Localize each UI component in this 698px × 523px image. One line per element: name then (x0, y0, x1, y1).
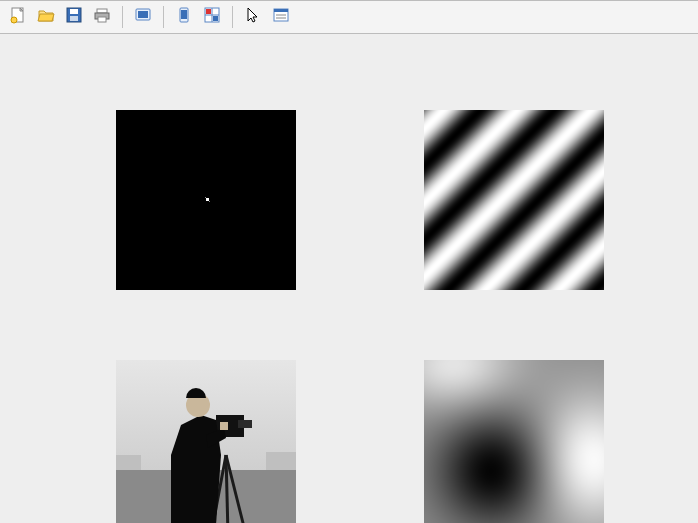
subplot-2 (424, 110, 604, 290)
screenshot-button[interactable] (131, 5, 155, 29)
subplot-3 (116, 360, 296, 523)
svg-rect-15 (206, 9, 211, 14)
inspector-icon (272, 6, 290, 28)
save-button[interactable] (62, 5, 86, 29)
save-icon (65, 6, 83, 28)
new-file-icon (9, 6, 27, 28)
new-file-button[interactable] (6, 5, 30, 29)
grid-button[interactable] (200, 5, 224, 29)
cameraman-image (116, 360, 296, 523)
svg-rect-9 (138, 11, 148, 18)
subplot-1 (116, 110, 296, 290)
svg-rect-11 (181, 10, 187, 19)
open-file-button[interactable] (34, 5, 58, 29)
svg-rect-5 (97, 9, 107, 13)
device-icon (175, 6, 193, 28)
grid-icon (203, 6, 221, 28)
open-file-icon (37, 6, 55, 28)
sine-image (424, 110, 604, 290)
toolbar-separator (122, 6, 123, 28)
toolbar-separator (163, 6, 164, 28)
device-button[interactable] (172, 5, 196, 29)
subplot-4 (424, 360, 604, 523)
svg-rect-7 (98, 17, 106, 22)
figure-area (0, 34, 698, 521)
print-button[interactable] (90, 5, 114, 29)
inspector-button[interactable] (269, 5, 293, 29)
screenshot-icon (134, 6, 152, 28)
print-icon (93, 6, 111, 28)
svg-rect-16 (213, 16, 218, 21)
pointer-icon (244, 6, 262, 28)
blur-image (424, 360, 604, 523)
svg-point-1 (11, 17, 17, 23)
toolbar (0, 0, 698, 34)
svg-rect-18 (274, 9, 288, 12)
toolbar-separator (232, 6, 233, 28)
svg-rect-3 (70, 9, 78, 14)
impulse-image (116, 110, 296, 290)
pointer-button[interactable] (241, 5, 265, 29)
svg-rect-4 (70, 16, 78, 21)
